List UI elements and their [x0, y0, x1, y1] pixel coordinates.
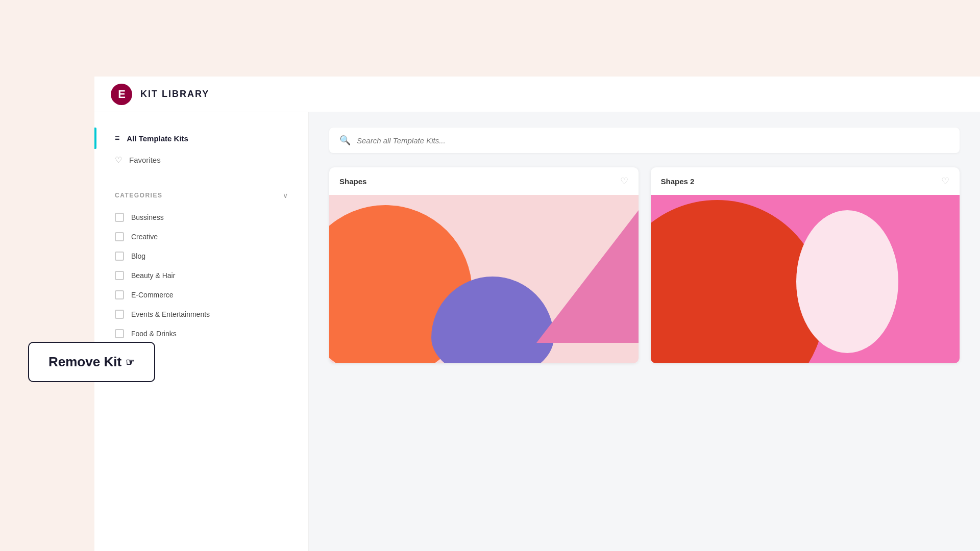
category-item-creative[interactable]: Creative	[94, 227, 308, 246]
checkbox-beauty-hair[interactable]	[115, 271, 124, 280]
heart-outline-icon: ♡	[115, 155, 122, 165]
kit-thumbnail-shapes-1	[329, 195, 639, 363]
category-item-food-drinks[interactable]: Food & Drinks	[94, 324, 308, 343]
content-area: 🔍 Shapes ♡	[309, 112, 980, 551]
sidebar-item-favorites[interactable]: ♡ Favorites	[94, 149, 308, 171]
chevron-down-icon: ∨	[283, 191, 288, 199]
kit-thumbnail-shapes-2	[651, 195, 960, 363]
category-label: Blog	[131, 252, 145, 260]
checkbox-creative[interactable]	[115, 232, 124, 241]
category-label: Bussiness	[131, 213, 164, 221]
favorite-icon-shapes-2[interactable]: ♡	[941, 176, 949, 187]
category-item-beauty-hair[interactable]: Beauty & Hair	[94, 266, 308, 285]
checkbox-blog[interactable]	[115, 252, 124, 261]
checkbox-ecommerce[interactable]	[115, 290, 124, 299]
categories-header[interactable]: CATEGORIES ∨	[94, 176, 308, 208]
white-oval	[796, 210, 898, 353]
category-label: Creative	[131, 233, 158, 241]
main-container: E KIT LIBRARY ≡ All Template Kits ♡ Favo…	[94, 77, 980, 551]
category-item-business[interactable]: Bussiness	[94, 208, 308, 227]
search-icon: 🔍	[339, 135, 351, 146]
sidebar-item-all-template-kits[interactable]: ≡ All Template Kits	[94, 128, 308, 149]
sidebar-item-label: Favorites	[129, 156, 161, 164]
logo-letter: E	[118, 88, 125, 101]
category-label: Beauty & Hair	[131, 271, 175, 280]
category-item-blog[interactable]: Blog	[94, 246, 308, 266]
shapes-2-visual	[651, 195, 960, 363]
sidebar-item-label: All Template Kits	[127, 134, 188, 143]
remove-kit-label: Remove Kit	[48, 354, 121, 370]
search-bar[interactable]: 🔍	[329, 128, 960, 153]
sidebar: ≡ All Template Kits ♡ Favorites CATEGORI…	[94, 112, 309, 551]
category-label: E-Commerce	[131, 291, 173, 299]
checkbox-events[interactable]	[115, 310, 124, 319]
shapes-1-visual	[329, 195, 639, 363]
categories-label: CATEGORIES	[115, 192, 162, 199]
category-label: Events & Entertainments	[131, 310, 210, 318]
kits-grid: Shapes ♡ Shapes 2 ♡	[329, 167, 960, 363]
kit-card-title: Shapes	[339, 177, 366, 186]
search-input[interactable]	[357, 136, 949, 145]
category-item-events[interactable]: Events & Entertainments	[94, 305, 308, 324]
favorite-icon-shapes-1[interactable]: ♡	[620, 176, 628, 187]
kit-card-header: Shapes 2 ♡	[651, 167, 960, 195]
filter-icon: ≡	[115, 134, 119, 143]
kit-card-title: Shapes 2	[661, 177, 695, 186]
category-item-ecommerce[interactable]: E-Commerce	[94, 285, 308, 305]
remove-kit-button[interactable]: Remove Kit ☞	[28, 342, 155, 382]
category-label: Food & Drinks	[131, 330, 177, 338]
body-layout: ≡ All Template Kits ♡ Favorites CATEGORI…	[94, 112, 980, 551]
checkbox-food-drinks[interactable]	[115, 329, 124, 338]
pink-triangle	[536, 210, 639, 343]
elementor-logo: E	[111, 84, 132, 105]
checkbox-business[interactable]	[115, 213, 124, 222]
cursor-icon: ☞	[126, 356, 135, 368]
header: E KIT LIBRARY	[94, 77, 980, 112]
kit-card-shapes-2: Shapes 2 ♡	[651, 167, 960, 363]
page-title: KIT LIBRARY	[140, 89, 209, 99]
kit-card-shapes-1: Shapes ♡	[329, 167, 639, 363]
kit-card-header: Shapes ♡	[329, 167, 639, 195]
